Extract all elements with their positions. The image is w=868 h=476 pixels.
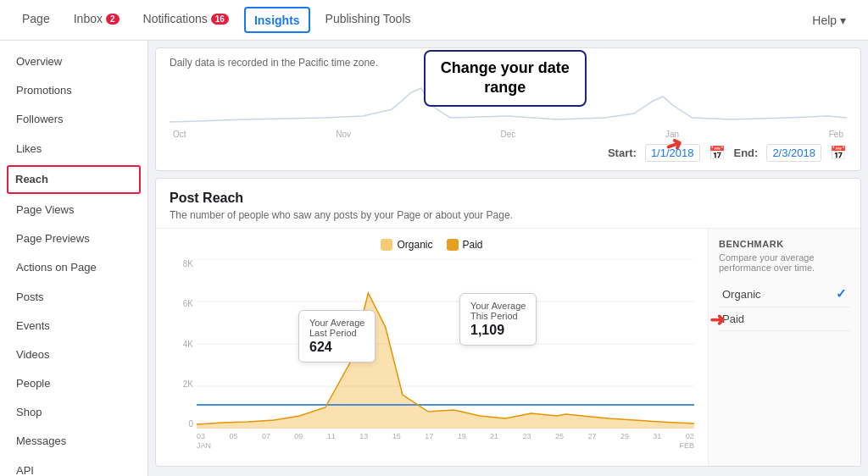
sidebar-item-overview[interactable]: Overview — [0, 47, 147, 76]
benchmark-organic-check: ✓ — [836, 286, 847, 302]
benchmark-option-organic[interactable]: Organic ✓ — [719, 281, 850, 307]
sidebar-item-people[interactable]: People — [0, 369, 147, 398]
callout-last-period: Your AverageLast Period 624 — [298, 310, 376, 363]
sidebar-item-actions-on-page[interactable]: Actions on Page — [0, 253, 147, 282]
annotation-box: Change your daterange — [424, 50, 587, 107]
mini-x-dec: Dec — [501, 130, 516, 139]
sidebar-item-messages[interactable]: Messages — [0, 427, 147, 456]
sidebar-item-posts[interactable]: Posts — [0, 283, 147, 312]
mini-x-feb: Feb — [829, 130, 843, 139]
notifications-badge: 16 — [211, 14, 229, 25]
y-axis-2k: 2K — [170, 379, 193, 389]
start-label: Start: — [608, 147, 637, 159]
y-axis-8k: 8K — [170, 259, 193, 268]
legend-organic: Organic — [381, 239, 432, 251]
sidebar-item-likes[interactable]: Likes — [0, 135, 147, 163]
nav-help[interactable]: Help ▾ — [800, 0, 858, 40]
paid-dot — [447, 239, 459, 251]
start-calendar-icon[interactable]: 📅 — [709, 145, 726, 161]
reach-body: Organic Paid 0 2K 4K — [156, 228, 860, 466]
nav-inbox[interactable]: Inbox 2 — [62, 0, 131, 40]
mini-x-nov: Nov — [336, 130, 351, 139]
nav-insights[interactable]: Insights — [244, 7, 310, 33]
y-axis-6k: 6K — [170, 299, 193, 308]
sidebar-item-api[interactable]: API — [0, 457, 147, 476]
sidebar-item-followers[interactable]: Followers — [0, 105, 147, 134]
main-layout: Overview Promotions Followers Likes Reac… — [0, 41, 868, 476]
benchmark-organic-label: Organic — [722, 288, 761, 301]
reach-title: Post Reach — [170, 191, 847, 206]
y-axis-0: 0 — [170, 419, 193, 429]
organic-dot — [381, 239, 392, 251]
chart-area: Organic Paid 0 2K 4K — [156, 229, 708, 466]
last-period-label: Your AverageLast Period — [309, 318, 364, 338]
callout-this-period: Your AverageThis Period 1,109 — [459, 293, 537, 346]
this-period-value: 1,109 — [470, 323, 526, 338]
benchmark-title: BENCHMARK — [719, 239, 850, 249]
benchmark-option-paid[interactable]: Paid — [719, 307, 850, 331]
sidebar-item-videos[interactable]: Videos — [0, 340, 147, 369]
reach-header: Post Reach The number of people who saw … — [156, 179, 860, 228]
sidebar-item-promotions[interactable]: Promotions — [0, 76, 147, 105]
benchmark-arrow: ➜ — [709, 309, 725, 331]
last-period-value: 624 — [309, 340, 364, 355]
reach-subtitle: The number of people who saw any posts b… — [170, 209, 847, 221]
nav-page[interactable]: Page — [10, 0, 62, 40]
legend-paid: Paid — [447, 239, 483, 251]
nav-spacer — [423, 0, 801, 40]
x-axis-dates: 03050709 11131517 19212325 27293102 — [197, 432, 694, 440]
top-navigation: Page Inbox 2 Notifications 16 Insights P… — [0, 0, 868, 41]
main-content: Daily data is recorded in the Pacific ti… — [148, 41, 868, 476]
end-calendar-icon[interactable]: 📅 — [830, 145, 847, 161]
benchmark-paid-label: Paid — [722, 313, 744, 325]
mini-x-oct: Oct — [173, 130, 186, 139]
y-axis-4k: 4K — [170, 340, 193, 349]
end-date-input[interactable]: 2/3/2018 — [766, 144, 821, 162]
reach-panel: Post Reach The number of people who saw … — [155, 178, 861, 467]
nav-notifications[interactable]: Notifications 16 — [131, 0, 241, 40]
inbox-badge: 2 — [106, 14, 120, 25]
nav-publishing-tools[interactable]: Publishing Tools — [314, 0, 423, 40]
reach-chart-svg — [197, 259, 694, 429]
benchmark-subtitle: Compare your average performance over ti… — [719, 252, 850, 273]
sidebar-item-events[interactable]: Events — [0, 312, 147, 340]
sidebar-item-page-previews[interactable]: Page Previews — [0, 224, 147, 253]
end-label: End: — [734, 147, 759, 159]
x-axis-months: JAN FEB — [197, 441, 694, 450]
chart-legend: Organic Paid — [170, 239, 694, 251]
svg-marker-5 — [197, 293, 694, 429]
sidebar: Overview Promotions Followers Likes Reac… — [0, 41, 148, 476]
date-panel: Daily data is recorded in the Pacific ti… — [155, 47, 861, 171]
sidebar-item-shop[interactable]: Shop — [0, 398, 147, 427]
sidebar-item-reach[interactable]: Reach — [7, 165, 141, 194]
sidebar-item-page-views[interactable]: Page Views — [0, 196, 147, 224]
benchmark-panel: BENCHMARK Compare your average performan… — [708, 229, 860, 466]
this-period-label: Your AverageThis Period — [470, 301, 526, 321]
